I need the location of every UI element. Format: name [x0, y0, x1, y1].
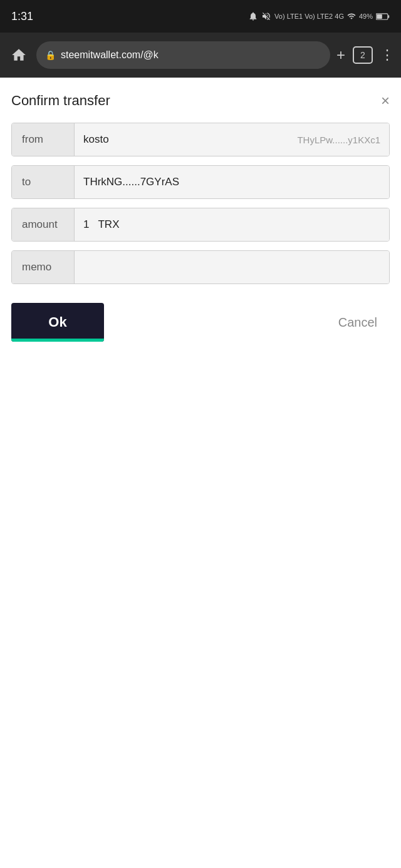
from-label: from: [12, 123, 75, 156]
address-text: steemitwallet.com/@k: [61, 49, 159, 61]
home-button[interactable]: [8, 44, 30, 66]
address-bar[interactable]: 🔒 steemitwallet.com/@k: [36, 41, 330, 69]
to-value: THrkNG......7GYrAS: [75, 166, 389, 198]
signal-icon: [347, 12, 356, 21]
memo-input[interactable]: [75, 251, 389, 283]
new-tab-button[interactable]: +: [336, 46, 345, 64]
lock-icon: 🔒: [45, 50, 56, 60]
status-time: 1:31: [11, 10, 33, 23]
amount-label: amount: [12, 208, 75, 241]
from-address: THyLPw......y1KXc1: [297, 135, 380, 145]
svg-rect-2: [377, 14, 382, 18]
battery-icon: [376, 13, 390, 21]
notification-icon: [248, 11, 258, 21]
browser-chrome: 🔒 steemitwallet.com/@k + 2 ⋮: [0, 33, 401, 78]
amount-row: amount 1 TRX: [11, 208, 390, 242]
memo-row: memo: [11, 250, 390, 284]
dialog-title-row: Confirm transfer ×: [11, 93, 390, 109]
browser-menu-button[interactable]: ⋮: [380, 47, 393, 63]
status-bar: 1:31 Vo) LTE1 Vo) LTE2 4G 49%: [0, 0, 401, 33]
from-value: kosto THyLPw......y1KXc1: [75, 123, 389, 156]
amount-value: 1 TRX: [75, 208, 389, 241]
tabs-button[interactable]: 2: [353, 46, 373, 64]
ok-button[interactable]: Ok: [11, 303, 104, 342]
status-icons: Vo) LTE1 Vo) LTE2 4G 49%: [248, 11, 390, 21]
browser-actions: + 2 ⋮: [336, 46, 393, 64]
signal-info: Vo) LTE1 Vo) LTE2 4G: [274, 13, 344, 20]
to-row: to THrkNG......7GYrAS: [11, 165, 390, 199]
close-button[interactable]: ×: [381, 93, 390, 108]
dialog-title: Confirm transfer: [11, 93, 110, 109]
empty-area: [0, 766, 401, 868]
volume-icon: [261, 11, 271, 21]
cancel-button[interactable]: Cancel: [326, 309, 390, 336]
battery-label: 49%: [359, 13, 373, 20]
from-row: from kosto THyLPw......y1KXc1: [11, 123, 390, 156]
page-content: Confirm transfer × from kosto THyLPw....…: [0, 78, 401, 766]
svg-rect-1: [388, 15, 389, 18]
memo-label: memo: [12, 251, 75, 283]
to-label: to: [12, 166, 75, 198]
button-row: Ok Cancel: [11, 303, 390, 342]
